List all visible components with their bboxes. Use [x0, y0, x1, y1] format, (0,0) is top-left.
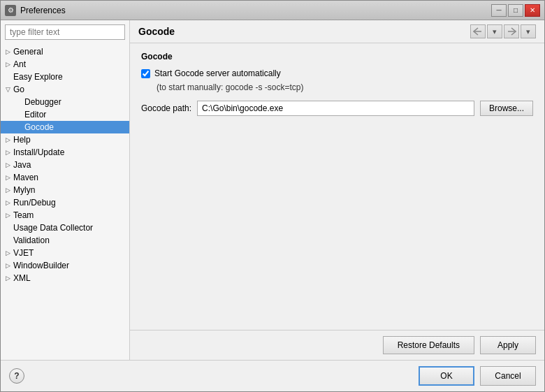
titlebar: ⚙ Preferences ─ □ ✕ — [1, 1, 544, 20]
sidebar-item-vjet[interactable]: ▷ VJET — [1, 247, 129, 259]
titlebar-buttons: ─ □ ✕ — [491, 4, 540, 17]
expand-arrow-icon: ▷ — [3, 149, 12, 156]
sidebar-item-easy-explore[interactable]: Easy Explore — [1, 71, 129, 83]
right-actions: Restore Defaults Apply — [130, 330, 544, 360]
cancel-button[interactable]: Cancel — [480, 366, 536, 386]
back-button[interactable] — [470, 24, 486, 38]
sidebar-item-editor[interactable]: Editor — [1, 108, 129, 121]
ok-button[interactable]: OK — [419, 366, 474, 386]
expand-arrow-icon: ▷ — [3, 187, 12, 194]
expand-arrow-icon: ▷ — [3, 136, 12, 143]
forward-button[interactable] — [504, 24, 519, 38]
sidebar-item-label: Help — [12, 135, 31, 145]
sidebar-item-general[interactable]: ▷ General — [1, 45, 129, 58]
expand-arrow-icon: ▷ — [3, 199, 12, 206]
sidebar-item-validation[interactable]: Validation — [1, 234, 129, 247]
sidebar-item-windowbuilder[interactable]: ▷ WindowBuilder — [1, 259, 129, 272]
right-panel: Gocode ▾ ▾ — [130, 20, 544, 360]
expand-arrow-icon: ▷ — [3, 212, 12, 219]
expand-arrow-icon: ▷ — [3, 275, 12, 282]
right-header: Gocode ▾ ▾ — [130, 20, 544, 43]
left-panel: ▷ General ▷ Ant Easy Explore ▽ Go — [1, 20, 130, 360]
sidebar-item-label: Ant — [12, 59, 26, 69]
sidebar-item-label: Debugger — [23, 97, 61, 107]
bottom-right: OK Cancel — [419, 366, 536, 386]
sidebar-item-team[interactable]: ▷ Team — [1, 209, 129, 222]
main-content-area: Gocode Start Gocode server automatically… — [130, 43, 544, 330]
sidebar-item-gocode[interactable]: Gocode — [1, 121, 129, 133]
gocode-path-row: Gocode path: Browse... — [141, 101, 533, 116]
close-button[interactable]: ✕ — [525, 4, 540, 17]
expand-arrow-icon: ▷ — [3, 61, 12, 68]
sidebar-item-run-debug[interactable]: ▷ Run/Debug — [1, 196, 129, 209]
sidebar-item-ant[interactable]: ▷ Ant — [1, 58, 129, 71]
gocode-path-label: Gocode path: — [141, 103, 191, 113]
sidebar-item-label: Gocode — [23, 122, 54, 132]
hint-text: (to start manually: gocode -s -sock=tcp) — [157, 82, 533, 92]
sidebar-item-label: General — [12, 47, 43, 57]
sidebar-item-go[interactable]: ▽ Go — [1, 83, 129, 96]
sidebar-item-mylyn[interactable]: ▷ Mylyn — [1, 184, 129, 196]
start-server-row: Start Gocode server automatically — [141, 68, 533, 78]
start-server-label: Start Gocode server automatically — [154, 68, 281, 78]
sidebar-item-label: Maven — [12, 173, 38, 182]
sidebar-item-debugger[interactable]: Debugger — [1, 96, 129, 108]
sidebar-item-help[interactable]: ▷ Help — [1, 133, 129, 146]
sidebar-item-label: Usage Data Collector — [12, 223, 93, 233]
sidebar-item-label: Editor — [23, 110, 46, 119]
start-server-checkbox[interactable] — [141, 69, 150, 78]
panel-title: Gocode — [138, 26, 470, 37]
sidebar-item-label: XML — [12, 273, 31, 283]
section-title: Gocode — [141, 52, 533, 61]
apply-button[interactable]: Apply — [480, 336, 536, 354]
sidebar-item-label: Install/Update — [12, 147, 64, 157]
browse-button[interactable]: Browse... — [480, 101, 533, 116]
nav-buttons: ▾ ▾ — [470, 24, 536, 38]
nav-dropdown-button[interactable]: ▾ — [487, 24, 502, 38]
sidebar-item-usage-data-collector[interactable]: Usage Data Collector — [1, 222, 129, 234]
sidebar-item-xml[interactable]: ▷ XML — [1, 272, 129, 284]
sidebar-item-label: WindowBuilder — [12, 261, 69, 270]
sidebar-item-label: Validation — [12, 235, 50, 245]
gocode-path-input[interactable] — [197, 101, 474, 116]
maximize-button[interactable]: □ — [508, 4, 523, 17]
help-button[interactable]: ? — [9, 368, 24, 384]
bottom-bar: ? OK Cancel — [1, 360, 544, 391]
content-area: ▷ General ▷ Ant Easy Explore ▽ Go — [1, 20, 544, 360]
restore-defaults-button[interactable]: Restore Defaults — [383, 336, 474, 354]
sidebar-item-label: Go — [12, 85, 24, 94]
sidebar-item-install-update[interactable]: ▷ Install/Update — [1, 146, 129, 159]
expand-arrow-icon: ▷ — [3, 249, 12, 256]
window-icon: ⚙ — [5, 5, 16, 16]
sidebar-item-label: Team — [12, 210, 34, 220]
expand-arrow-icon: ▷ — [3, 262, 12, 269]
preferences-window: ⚙ Preferences ─ □ ✕ ▷ General ▷ Ant — [0, 0, 545, 392]
sidebar-item-label: Mylyn — [12, 185, 35, 195]
sidebar-item-label: Run/Debug — [12, 198, 56, 208]
sidebar-item-java[interactable]: ▷ Java — [1, 159, 129, 171]
expand-arrow-icon: ▷ — [3, 174, 12, 181]
expand-arrow-icon: ▽ — [3, 86, 12, 93]
sidebar-item-label: Easy Explore — [12, 72, 63, 82]
filter-input[interactable] — [5, 24, 125, 40]
sidebar-item-maven[interactable]: ▷ Maven — [1, 171, 129, 184]
expand-arrow-icon: ▷ — [3, 48, 12, 55]
expand-arrow-icon: ▷ — [3, 161, 12, 168]
sidebar-item-label: VJET — [12, 248, 34, 258]
tree-area: ▷ General ▷ Ant Easy Explore ▽ Go — [1, 44, 129, 360]
minimize-button[interactable]: ─ — [491, 4, 507, 17]
bottom-left: ? — [9, 368, 24, 384]
sidebar-item-label: Java — [12, 160, 31, 170]
window-title: Preferences — [20, 6, 491, 15]
forward-dropdown-button[interactable]: ▾ — [521, 24, 536, 38]
